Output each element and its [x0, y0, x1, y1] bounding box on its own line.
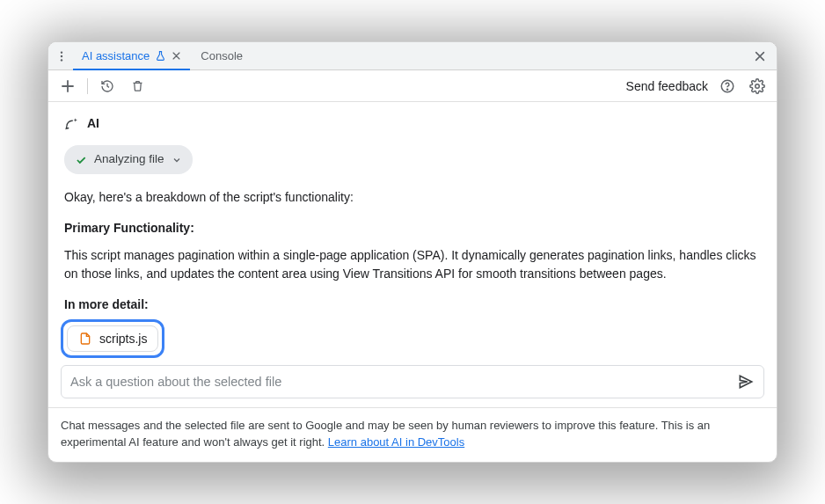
svg-point-2 [61, 59, 62, 61]
delete-button[interactable] [127, 76, 148, 97]
flask-icon [155, 50, 166, 62]
new-chat-button[interactable] [57, 76, 78, 97]
divider [87, 78, 88, 94]
section-title-primary: Primary Functionality: [64, 219, 761, 237]
svg-point-1 [61, 55, 62, 57]
section-title-detail: In more detail: [64, 296, 761, 314]
response-intro: Okay, here's a breakdown of the script's… [64, 188, 761, 207]
selected-file-chip[interactable]: scripts.js [67, 325, 158, 352]
send-feedback-link[interactable]: Send feedback [626, 79, 708, 93]
svg-point-4 [726, 89, 727, 90]
tab-label: Console [201, 49, 243, 62]
settings-button[interactable] [747, 76, 768, 97]
selected-file-row: scripts.js [48, 319, 777, 365]
check-icon [75, 154, 87, 166]
question-input-box [61, 365, 764, 398]
file-icon [78, 332, 92, 346]
devtools-panel: AI assistance Console Send feedback [47, 41, 778, 462]
question-input[interactable] [70, 375, 728, 389]
chat-content: AI Analyzing file Okay, here's a breakdo… [48, 102, 777, 318]
disclaimer-footer: Chat messages and the selected file are … [48, 407, 777, 462]
tab-bar: AI assistance Console [48, 42, 777, 70]
sparkle-icon [64, 116, 80, 132]
status-chip-label: Analyzing file [94, 150, 164, 168]
close-tab-icon[interactable] [172, 51, 181, 61]
svg-point-0 [61, 51, 62, 53]
chevron-down-icon [172, 155, 182, 165]
ai-header-label: AI [87, 114, 99, 133]
svg-point-5 [756, 84, 760, 89]
history-button[interactable] [97, 76, 118, 97]
status-chip[interactable]: Analyzing file [64, 145, 193, 173]
tab-label: AI assistance [82, 49, 150, 62]
input-row [48, 365, 777, 407]
tab-ai-assistance[interactable]: AI assistance [73, 42, 190, 69]
selected-file-name: scripts.js [99, 332, 147, 346]
tab-console[interactable]: Console [192, 42, 252, 69]
send-button[interactable] [737, 373, 755, 391]
selected-file-highlight: scripts.js [61, 319, 164, 358]
close-panel-icon[interactable] [748, 48, 771, 64]
ai-header: AI [64, 114, 761, 133]
toolbar: Send feedback [48, 70, 777, 102]
more-menu-icon[interactable] [52, 47, 71, 66]
help-button[interactable] [717, 76, 738, 97]
section-body-primary: This script manages pagination within a … [64, 246, 761, 283]
learn-more-link[interactable]: Learn about AI in DevTools [328, 435, 464, 449]
